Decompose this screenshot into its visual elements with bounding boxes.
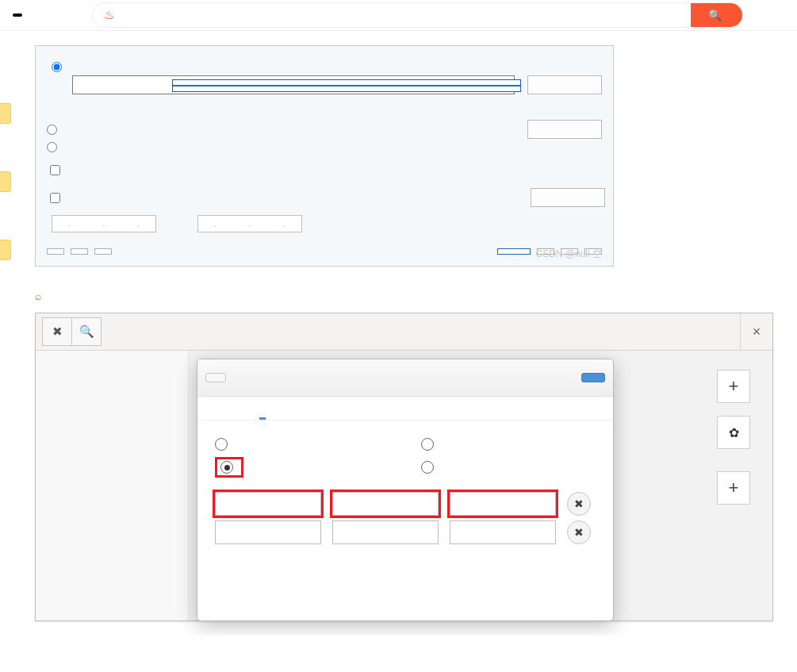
add-wired-button[interactable]: + [717,370,750,403]
header-search-icon[interactable]: 🔍 [71,317,102,346]
tab-security[interactable] [304,405,310,420]
nat-settings-button[interactable] [527,120,602,139]
annotation-bullet [0,103,11,124]
mask-input-empty[interactable]: . [332,520,439,544]
export-button[interactable] [94,248,112,255]
search-button[interactable]: 🔍 [691,3,742,27]
sidebar-item-online-accounts[interactable] [36,438,188,455]
gnome-settings-window: ✖ 🔍 × + ✿ + [35,313,773,621]
gateway-input[interactable] [450,492,556,516]
modal-tabs [197,397,613,420]
search-input[interactable] [121,9,691,22]
settings-sidebar [36,351,189,620]
restore-defaults-button[interactable] [47,248,64,255]
address-input-empty[interactable]: . [215,520,321,544]
dhcp-checkbox[interactable] [50,193,60,203]
sidebar-item-region[interactable] [36,403,188,420]
sidebar-item-background[interactable] [36,351,188,368]
flame-icon: ♨ [104,8,114,22]
subnet-mask-input[interactable]: ... [197,215,302,232]
help-button[interactable] [584,248,602,255]
import-button[interactable] [71,248,88,255]
method-linklocal[interactable] [421,438,596,451]
cancel-button[interactable] [537,248,554,255]
top-search-bar: ♨ 🔍 [0,0,797,31]
modal-cancel-button[interactable] [205,373,226,382]
gateway-input-empty[interactable]: . [450,520,556,544]
method-dhcp[interactable] [215,438,389,451]
tab-details[interactable] [215,405,221,420]
window-close-button[interactable]: × [740,313,772,350]
header-tweak-icon[interactable]: ✖ [42,317,72,346]
method-manual[interactable] [215,457,389,478]
add-vpn-button[interactable]: + [717,471,750,505]
sidebar-item-notifications[interactable] [36,368,188,386]
tab-identity[interactable] [237,405,243,420]
vhost-adapter-checkbox[interactable] [50,165,60,175]
bridged-radio[interactable] [52,62,62,72]
nat-radio[interactable] [47,125,57,135]
sidebar-item-privacy[interactable] [36,455,188,473]
mask-input[interactable] [332,492,439,516]
adapter-option[interactable] [173,90,520,91]
subnet-ip-input[interactable]: ... [52,215,156,232]
auto-settings-button[interactable] [527,75,602,94]
annotation-bullet [0,171,11,192]
gnome-main-panel: + ✿ + [189,351,772,620]
vmware-network-editor: ... ... [35,45,614,267]
wired-settings-modal: ✖ . . . ✖ [197,359,614,621]
dhcp-settings-button[interactable] [531,188,605,207]
address-input[interactable] [215,492,321,516]
modal-apply-button[interactable] [581,373,605,382]
wired-settings-button[interactable]: ✿ [717,416,750,449]
tab-ipv4[interactable] [259,405,266,420]
method-disable[interactable] [421,457,596,478]
tab-ipv6[interactable] [282,405,288,420]
sidebar-item-accessibility[interactable] [36,420,188,438]
instruction-text: ⌕ [35,284,773,308]
brand-gpu-badge [13,13,22,17]
hostonly-radio[interactable] [47,142,57,152]
sidebar-item-search[interactable] [36,386,188,403]
adapter-dropdown-list[interactable] [172,79,521,92]
apply-button[interactable] [561,248,578,255]
search-box[interactable]: ♨ 🔍 [92,2,743,28]
search-icon: ⌕ [35,290,41,302]
delete-row-button[interactable]: ✖ [567,520,591,544]
ok-button[interactable] [497,248,531,255]
annotation-bullet [0,240,11,260]
delete-row-button[interactable]: ✖ [567,492,591,516]
search-icon: 🔍 [708,9,722,21]
